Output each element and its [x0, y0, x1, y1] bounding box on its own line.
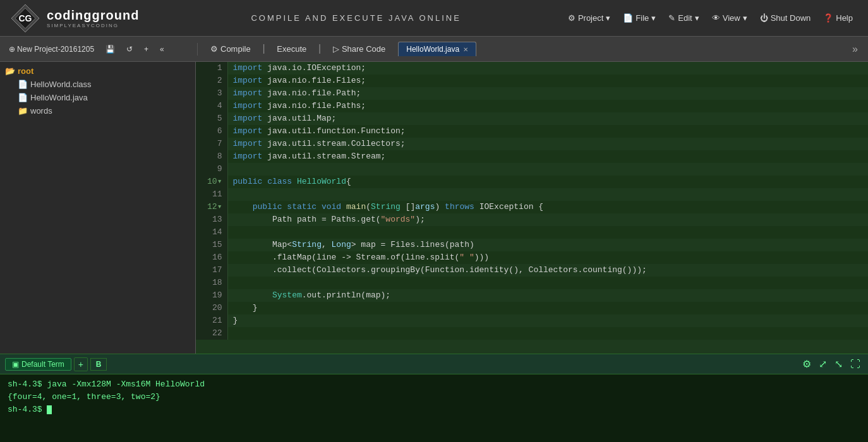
separator-1: |: [261, 44, 267, 55]
help-label: Help: [836, 13, 853, 23]
code-content: [227, 327, 868, 340]
view-menu-btn[interactable]: 👁 View ▾: [707, 11, 752, 25]
tree-item-label-3: words: [30, 106, 52, 116]
logo-icon: CG: [10, 3, 40, 33]
terminal-output[interactable]: sh-4.3$ java -Xmx128M -Xms16M HelloWorld…: [0, 374, 868, 442]
terminal-tab-default[interactable]: ▣ Default Term: [5, 358, 71, 371]
line-number: 22: [196, 327, 227, 340]
table-row: 14: [196, 226, 868, 239]
code-content: import java.util.Map;: [227, 112, 868, 125]
execute-button[interactable]: Execute: [269, 42, 314, 56]
file-menu-btn[interactable]: 📄 File ▾: [618, 11, 661, 25]
help-button[interactable]: ❓ Help: [818, 11, 858, 25]
table-row: 16 .flatMap(line -> Stream.of(line.split…: [196, 251, 868, 264]
terminal-expand-button[interactable]: ⤢: [816, 357, 829, 371]
separator-2: |: [316, 44, 323, 55]
main-content: 📂 root 📄 HelloWorld.class 📄 HelloWorld.j…: [0, 62, 868, 354]
tab-area: HelloWorld.java ✕: [398, 42, 476, 56]
line-number: 11: [196, 188, 227, 201]
line-number: 7: [196, 138, 227, 150]
code-content: System.out.println(map);: [227, 289, 868, 302]
shutdown-label: Shut Down: [771, 13, 811, 23]
terminal-fullscreen-button[interactable]: ⛶: [848, 357, 863, 371]
bold-terminal-button[interactable]: B: [90, 358, 107, 371]
tab-helloworld[interactable]: HelloWorld.java ✕: [398, 42, 476, 56]
code-content: }: [227, 314, 868, 327]
code-content: }: [227, 302, 868, 314]
edit-label: Edit: [678, 13, 692, 23]
table-row: 15 Map<String, Long> map = Files.lines(p…: [196, 239, 868, 251]
code-content: public class HelloWorld{: [227, 176, 868, 188]
refresh-icon: ↺: [126, 45, 133, 54]
table-row: 21 }: [196, 314, 868, 327]
table-row: 12▾ public static void main(String []arg…: [196, 201, 868, 213]
table-row: 2 import java.nio.file.Files;: [196, 75, 868, 87]
code-content: Path path = Paths.get("words");: [227, 213, 868, 226]
terminal-settings-button[interactable]: ⚙: [800, 357, 814, 371]
tree-root[interactable]: 📂 root: [0, 64, 195, 78]
line-number: 2: [196, 75, 227, 87]
table-row: 1 import java.io.IOException;: [196, 62, 868, 75]
share-code-button[interactable]: ▷ Share Code: [325, 42, 393, 56]
java-file-icon: 📄: [18, 93, 28, 102]
terminal-restore-button[interactable]: ⤡: [832, 357, 845, 371]
line-number: 18: [196, 277, 227, 289]
chevron-down-icon: ▾: [606, 13, 610, 23]
collapse-tree-button[interactable]: «: [156, 43, 168, 56]
code-content: Map<String, Long> map = Files.lines(path…: [227, 239, 868, 251]
words-file-icon: 📁: [18, 106, 28, 116]
terminal-tab-label: Default Term: [21, 360, 64, 369]
code-content: import java.util.stream.Collectors;: [227, 138, 868, 150]
tree-item-helloworld-java[interactable]: 📄 HelloWorld.java: [0, 91, 195, 104]
compile-button[interactable]: ⚙ Compile: [203, 42, 258, 56]
line-number: 5: [196, 112, 227, 125]
line-number: 12▾: [196, 201, 227, 213]
tree-item-words[interactable]: 📁 words: [0, 104, 195, 117]
table-row: 4 import java.nio.file.Paths;: [196, 100, 868, 112]
refresh-button[interactable]: ↺: [123, 43, 136, 56]
line-number: 16: [196, 251, 227, 264]
line-number: 20: [196, 302, 227, 314]
code-content: import java.nio.file.Path;: [227, 87, 868, 100]
line-number: 8: [196, 150, 227, 163]
save-icon: 💾: [105, 45, 115, 54]
shutdown-button[interactable]: ⏻ Shut Down: [755, 11, 816, 25]
code-editor[interactable]: 1 import java.io.IOException; 2 import j…: [196, 62, 868, 354]
nav-actions: ⚙ Project ▾ 📄 File ▾ ✎ Edit ▾ 👁 View ▾ ⏻…: [563, 11, 858, 25]
code-content: import java.util.stream.Stream;: [227, 150, 868, 163]
table-row: 5 import java.util.Map;: [196, 112, 868, 125]
project-menu-btn[interactable]: ⚙ Project ▾: [563, 11, 615, 25]
brand-name: codingground: [47, 8, 139, 23]
code-content: [227, 277, 868, 289]
compile-label: Compile: [220, 44, 251, 54]
save-button[interactable]: 💾: [102, 43, 119, 56]
new-project-button[interactable]: ⊕ New Project-20161205: [5, 43, 98, 56]
panel-collapse-button[interactable]: »: [847, 41, 863, 57]
power-icon: ⏻: [760, 13, 768, 23]
add-icon: +: [144, 45, 148, 54]
table-row: 6 import java.util.function.Function;: [196, 125, 868, 138]
tab-close-icon[interactable]: ✕: [463, 46, 468, 53]
line-number: 19: [196, 289, 227, 302]
line-number: 14: [196, 226, 227, 239]
toolbar: ⊕ New Project-20161205 💾 ↺ + « ⚙ Compile…: [0, 37, 868, 62]
code-content: import java.util.function.Function;: [227, 125, 868, 138]
code-content: import java.nio.file.Paths;: [227, 100, 868, 112]
add-terminal-button[interactable]: +: [74, 357, 88, 371]
chevron-down-icon-3: ▾: [695, 13, 699, 23]
new-project-label: New Project-20161205: [17, 45, 94, 54]
table-row: 18: [196, 277, 868, 289]
line-number: 4: [196, 100, 227, 112]
brand-text: codingground simplyeasycoding: [47, 8, 139, 28]
line-number: 6: [196, 125, 227, 138]
nav-tagline: COMPILE AND EXECUTE JAVA ONLINE: [157, 13, 555, 23]
chevron-down-icon-2: ▾: [651, 13, 656, 23]
add-button[interactable]: +: [140, 43, 152, 56]
tree-item-helloworld-class[interactable]: 📄 HelloWorld.class: [0, 78, 195, 91]
table-row: 20 }: [196, 302, 868, 314]
tree-item-label-2: HelloWorld.java: [30, 93, 88, 102]
eye-icon: 👁: [712, 13, 720, 23]
terminal-icon: ▣: [12, 360, 19, 369]
top-nav: CG codingground simplyeasycoding COMPILE…: [0, 0, 868, 37]
edit-menu-btn[interactable]: ✎ Edit ▾: [663, 11, 704, 25]
